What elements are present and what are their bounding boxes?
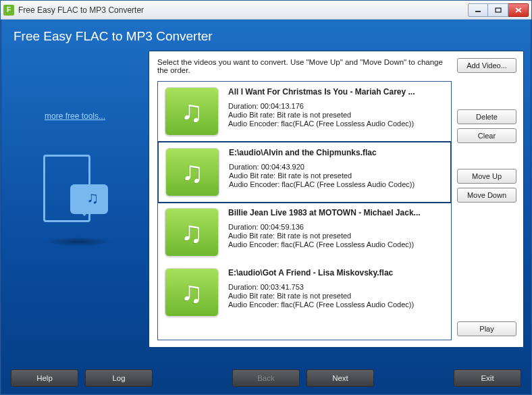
file-meta: All I Want For Christmas Is You - Mariah…: [228, 87, 444, 136]
file-list[interactable]: ♫All I Want For Christmas Is You - Maria…: [157, 81, 452, 340]
file-duration: Duration: 00:04:43.920: [229, 163, 444, 171]
window-title: Free Easy FLAC to MP3 Converter: [18, 5, 468, 15]
instruction-text: Select the videos you want to convert. U…: [157, 58, 452, 74]
file-thumbnail: ♫: [165, 87, 219, 136]
music-note-icon: ♫: [181, 97, 203, 126]
minimize-icon: [475, 7, 481, 13]
maximize-icon: [495, 7, 502, 13]
file-thumbnail: ♫: [165, 208, 219, 257]
back-button[interactable]: Back: [232, 369, 300, 387]
file-encoder: Audio Encoder: flac(FLAC (Free Lossless …: [228, 300, 444, 309]
hero-illustration: ♫: [38, 155, 112, 229]
add-video-button[interactable]: Add Video...: [457, 58, 516, 73]
music-note-icon: ♫: [181, 217, 203, 247]
music-note-icon: ♫: [86, 188, 99, 207]
maximize-button[interactable]: [488, 3, 508, 17]
app-title: Free Easy FLAC to MP3 Converter: [1, 20, 531, 51]
file-title: All I Want For Christmas Is You - Mariah…: [228, 87, 444, 97]
file-bitrate: Audio Bit rate: Bit rate is not preseted: [228, 292, 444, 300]
action-column: Add Video... Delete Clear Move Up Move D…: [457, 58, 516, 340]
file-title: E:\audio\Got A Friend - Lisa Miskovsky.f…: [228, 268, 444, 278]
next-button[interactable]: Next: [307, 369, 374, 387]
file-item[interactable]: ♫All I Want For Christmas Is You - Maria…: [158, 82, 451, 142]
file-meta: E:\audio\Got A Friend - Lisa Miskovsky.f…: [228, 268, 444, 317]
list-area: Select the videos you want to convert. U…: [157, 58, 452, 340]
file-title: E:\audio\Alvin and the Chipmunks.flac: [229, 148, 444, 157]
file-duration: Duration: 00:03:41.753: [228, 283, 444, 291]
exit-button[interactable]: Exit: [454, 369, 521, 387]
move-down-button[interactable]: Move Down: [457, 188, 516, 203]
more-tools-link[interactable]: more free tools...: [45, 111, 105, 121]
help-button[interactable]: Help: [11, 369, 78, 387]
app-body: Free Easy FLAC to MP3 Converter more fre…: [1, 20, 531, 394]
file-thumbnail: ♫: [165, 268, 219, 317]
svg-rect-1: [496, 8, 501, 12]
file-bitrate: Audio Bit rate: Bit rate is not preseted: [229, 172, 444, 180]
file-bitrate: Audio Bit rate: Bit rate is not preseted: [228, 232, 444, 240]
file-meta: E:\audio\Alvin and the Chipmunks.flacDur…: [229, 148, 444, 196]
music-note-icon: ♫: [181, 278, 203, 307]
file-encoder: Audio Encoder: flac(FLAC (Free Lossless …: [228, 240, 444, 248]
file-bitrate: Audio Bit rate: Bit rate is not preseted: [228, 111, 444, 119]
music-note-icon: ♫: [182, 157, 204, 187]
play-button[interactable]: Play: [457, 321, 516, 336]
close-icon: [515, 7, 522, 13]
file-item[interactable]: ♫E:\audio\Got A Friend - Lisa Miskovsky.…: [158, 263, 451, 323]
file-title: Billie Jean Live 1983 at MOTOWN - Michae…: [228, 208, 444, 217]
file-meta: Billie Jean Live 1983 at MOTOWN - Michae…: [228, 208, 444, 257]
titlebar[interactable]: F Free Easy FLAC to MP3 Converter: [1, 1, 531, 20]
file-item[interactable]: ♫E:\audio\Alvin and the Chipmunks.flacDu…: [157, 141, 452, 203]
file-duration: Duration: 00:04:13.176: [228, 102, 444, 110]
app-icon: F: [3, 5, 14, 16]
clear-button[interactable]: Clear: [457, 128, 516, 143]
file-encoder: Audio Encoder: flac(FLAC (Free Lossless …: [228, 120, 444, 128]
content-panel: Select the videos you want to convert. U…: [149, 51, 524, 348]
file-thumbnail: ♫: [165, 148, 219, 196]
window-controls: [468, 3, 529, 17]
file-item[interactable]: ♫Billie Jean Live 1983 at MOTOWN - Micha…: [158, 203, 451, 263]
svg-rect-0: [475, 11, 481, 12]
main-row: more free tools... ♫ Select the videos y…: [1, 51, 531, 348]
log-button[interactable]: Log: [85, 369, 153, 387]
sidebar: more free tools... ♫: [1, 51, 149, 348]
move-up-button[interactable]: Move Up: [457, 169, 516, 184]
shadow: [45, 237, 112, 246]
file-duration: Duration: 00:04:59.136: [228, 223, 444, 231]
minimize-button[interactable]: [468, 3, 488, 17]
app-window: F Free Easy FLAC to MP3 Converter Free E…: [0, 0, 532, 395]
file-encoder: Audio Encoder: flac(FLAC (Free Lossless …: [229, 180, 444, 188]
bottom-bar: Help Log Back Next Exit: [1, 363, 531, 394]
delete-button[interactable]: Delete: [457, 109, 516, 124]
close-button[interactable]: [508, 3, 529, 17]
